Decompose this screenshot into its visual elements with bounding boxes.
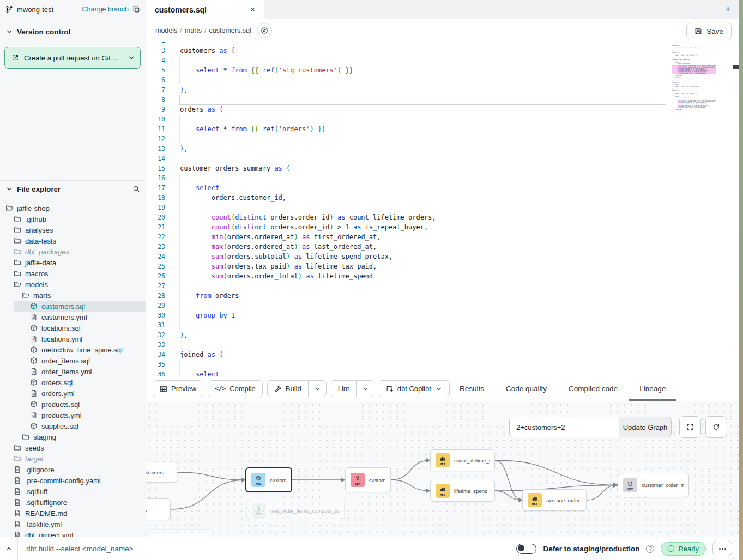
code-line-26[interactable]: 26 sum(orders.order_total) as lifetime_s… bbox=[146, 271, 739, 281]
code-line-15[interactable]: 15customer_orders_summary as ( bbox=[146, 163, 739, 173]
breadcrumb-marts[interactable]: marts bbox=[185, 27, 202, 34]
file-tree-item-locations.yml[interactable]: locations.yml bbox=[0, 333, 146, 344]
code-line-16[interactable]: 16 bbox=[146, 173, 739, 183]
preview-button[interactable]: Preview bbox=[153, 380, 203, 397]
lineage-node-test_order_items[interactable]: TSTtest_order_items_compute_to_bools… bbox=[246, 500, 345, 521]
search-icon[interactable] bbox=[132, 185, 140, 193]
panel-tab-lineage[interactable]: Lineage bbox=[629, 376, 676, 401]
code-line-12[interactable]: 12 bbox=[146, 134, 739, 144]
file-tree-item-order_items.yml[interactable]: order_items.yml bbox=[0, 366, 146, 377]
code-line-29[interactable]: 29 bbox=[146, 301, 739, 311]
code-line-9[interactable]: 9orders as ( bbox=[146, 105, 739, 114]
close-tab-icon[interactable]: × bbox=[250, 5, 255, 15]
lineage-node-customers_mdl[interactable]: MDLcustomers bbox=[245, 467, 292, 492]
lineage-node-customers_sem[interactable]: SEMcustomers bbox=[345, 467, 391, 492]
lineage-node-orders_src[interactable]: orders bbox=[146, 498, 171, 520]
file-tree-item-jaffle-shop[interactable]: jaffle-shop bbox=[0, 203, 146, 214]
build-dropdown[interactable] bbox=[308, 381, 326, 397]
version-control-header[interactable]: Version control bbox=[0, 25, 146, 38]
create-pr-dropdown[interactable] bbox=[122, 47, 140, 68]
file-tree-item-products.sql[interactable]: products.sql bbox=[0, 399, 146, 410]
code-line-11[interactable]: 11 select * from {{ ref('orders') }} bbox=[146, 124, 739, 134]
code-line-19[interactable]: 19 bbox=[146, 203, 739, 212]
editor-minimap[interactable]: customers as ( select * from {{ ref('stg… bbox=[672, 44, 716, 114]
file-tree-item-target[interactable]: target bbox=[0, 453, 146, 464]
lint-dropdown[interactable] bbox=[356, 381, 374, 397]
file-tree-item-.gitignore[interactable]: .gitignore bbox=[0, 464, 146, 475]
panel-tab-code-quality[interactable]: Code quality bbox=[495, 376, 558, 401]
file-tree-item-orders.sql[interactable]: orders.sql bbox=[0, 377, 146, 388]
explore-compass-button[interactable] bbox=[257, 23, 272, 38]
help-icon[interactable]: ? bbox=[646, 545, 654, 553]
code-line-21[interactable]: 21 count(distinct orders.order_id) > 1 a… bbox=[146, 222, 739, 232]
file-explorer-header[interactable]: File explorer bbox=[0, 182, 146, 196]
panel-tab-compiled-code[interactable]: Compiled code bbox=[558, 376, 629, 401]
lineage-node-stg_customers[interactable]: stg_customers bbox=[146, 462, 177, 483]
tab-customers-sql[interactable]: customers.sql × bbox=[146, 0, 264, 19]
code-line-27[interactable]: 27 bbox=[146, 281, 739, 291]
file-tree-item-order_items.sql[interactable]: order_items.sql bbox=[0, 355, 146, 366]
file-tree-item-Taskfile.yml[interactable]: Taskfile.yml bbox=[0, 519, 146, 529]
code-line-20[interactable]: 20 count(distinct orders.order_id) as co… bbox=[146, 212, 739, 222]
lineage-node-average_order_value[interactable]: METaverage_order_value bbox=[522, 489, 587, 511]
code-line-10[interactable]: 10 bbox=[146, 114, 739, 124]
file-tree-item-jaffle-data[interactable]: jaffle-data bbox=[0, 257, 146, 268]
code-line-5[interactable]: 5 select * from {{ ref('stg_customers') … bbox=[146, 65, 739, 75]
update-graph-button[interactable]: Update Graph bbox=[619, 417, 671, 437]
file-tree-item-marts[interactable]: marts bbox=[0, 290, 146, 301]
file-tree-item-data-tests[interactable]: data-tests bbox=[0, 235, 146, 246]
breadcrumb-models[interactable]: models bbox=[155, 27, 177, 34]
lineage-node-clipped_node[interactable] bbox=[146, 529, 213, 537]
new-tab-button[interactable]: + bbox=[725, 3, 731, 15]
code-line-32[interactable]: 32), bbox=[146, 330, 739, 340]
compile-button[interactable]: </> Compile bbox=[208, 380, 263, 397]
file-tree-item-metricflow_time_spine.sql[interactable]: metricflow_time_spine.sql bbox=[0, 344, 146, 355]
code-line-28[interactable]: 28 from orders bbox=[146, 291, 739, 301]
command-input[interactable]: dbt build --select <model_name> bbox=[26, 545, 134, 553]
code-line-8[interactable]: 8 bbox=[146, 95, 739, 105]
file-tree-item-.sqlfluffignore[interactable]: .sqlfluffignore bbox=[0, 497, 146, 508]
build-button[interactable]: Build bbox=[267, 380, 327, 397]
create-pr-button[interactable]: Create a pull request on Git… bbox=[4, 47, 141, 69]
code-line-22[interactable]: 22 min(orders.ordered_at) as first_order… bbox=[146, 232, 739, 242]
breadcrumb-file[interactable]: customers.sql bbox=[209, 27, 251, 34]
code-line-30[interactable]: 30 group by 1 bbox=[146, 311, 739, 320]
code-line-6[interactable]: 6 bbox=[146, 75, 739, 85]
file-tree-item-analyses[interactable]: analyses bbox=[0, 224, 146, 235]
lineage-node-count_lifetime_orders[interactable]: METcount_lifetime_orders bbox=[430, 449, 495, 471]
file-tree-item-locations.sql[interactable]: locations.sql bbox=[0, 322, 146, 333]
code-line-31[interactable]: 31 bbox=[146, 320, 739, 330]
file-tree-item-seeds[interactable]: seeds bbox=[0, 442, 146, 453]
lineage-node-lifetime_spend_pretax[interactable]: METlifetime_spend_pretax bbox=[430, 480, 495, 502]
file-tree-item-dbt_project.yml[interactable]: dbt_project.yml bbox=[0, 529, 146, 537]
file-tree-item-dbt_packages[interactable]: dbt_packages bbox=[0, 246, 146, 257]
file-tree-item-.sqlfluff[interactable]: .sqlfluff bbox=[0, 486, 146, 497]
code-line-3[interactable]: 3customers as ( bbox=[146, 46, 739, 56]
file-tree-item-models[interactable]: models bbox=[0, 279, 146, 290]
editor-scrollbar[interactable] bbox=[732, 42, 739, 376]
lineage-selector-input[interactable] bbox=[510, 417, 619, 437]
code-line-33[interactable]: 33 bbox=[146, 340, 739, 350]
lineage-node-customer_order_metrics[interactable]: QRYcustomer_order_metrics bbox=[618, 473, 689, 497]
code-line-35[interactable]: 35 bbox=[146, 360, 739, 369]
file-tree-item-orders.yml[interactable]: orders.yml bbox=[0, 388, 146, 399]
file-tree-item-README.md[interactable]: README.md bbox=[0, 508, 146, 519]
panel-tab-results[interactable]: Results bbox=[449, 376, 495, 401]
file-tree-item-.github[interactable]: .github bbox=[0, 214, 146, 224]
code-line-13[interactable]: 13), bbox=[146, 144, 739, 154]
code-line-34[interactable]: 34joined as ( bbox=[146, 350, 739, 360]
fullscreen-button[interactable] bbox=[679, 416, 701, 438]
editor-scrollbar-thumb[interactable] bbox=[733, 65, 739, 69]
file-tree-item-staging[interactable]: staging bbox=[0, 431, 146, 442]
code-editor[interactable]: 23customers as (45 select * from {{ ref(… bbox=[146, 42, 739, 376]
code-line-14[interactable]: 14 bbox=[146, 154, 739, 163]
more-options-button[interactable] bbox=[712, 541, 732, 556]
code-line-18[interactable]: 18 orders.customer_id, bbox=[146, 193, 739, 203]
file-tree-item-.pre-commit-config.yaml[interactable]: .pre-commit-config.yaml bbox=[0, 475, 146, 486]
code-line-24[interactable]: 24 sum(orders.subtotal) as lifetime_spen… bbox=[146, 252, 739, 261]
save-button[interactable]: Save bbox=[686, 23, 732, 39]
code-line-4[interactable]: 4 bbox=[146, 56, 739, 65]
code-line-17[interactable]: 17 select bbox=[146, 183, 739, 193]
file-tree-item-products.yml[interactable]: products.yml bbox=[0, 410, 146, 421]
defer-toggle[interactable] bbox=[516, 544, 536, 554]
